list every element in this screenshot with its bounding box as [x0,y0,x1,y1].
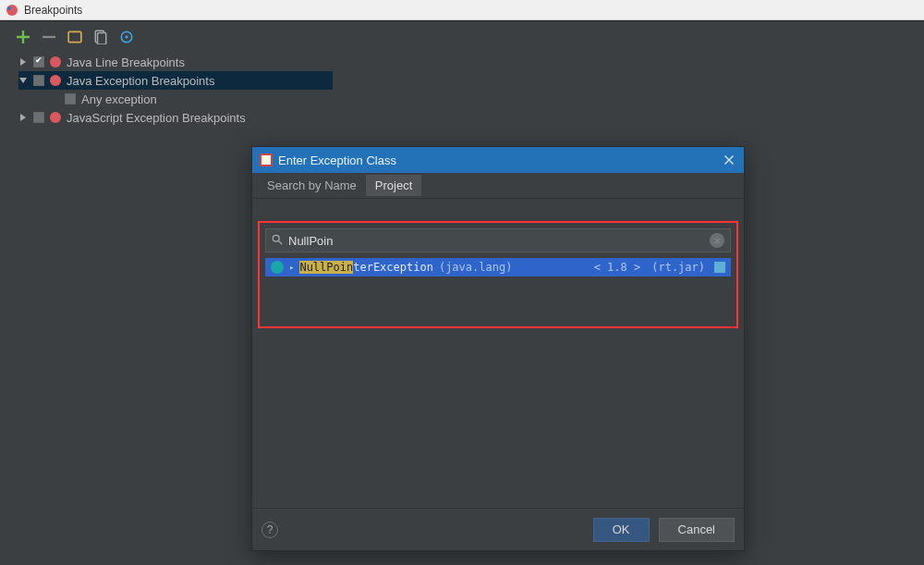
expand-icon[interactable] [18,114,28,121]
collapse-icon[interactable] [18,77,28,84]
tree-item-any-exception[interactable]: Any exception [18,90,918,108]
results-list: ▸ NullPointerException (java.lang) < 1.8… [265,258,731,321]
breakpoint-icon [50,75,61,86]
add-button[interactable] [15,29,31,45]
search-icon [272,234,283,248]
result-name: NullPointerException [299,261,433,274]
library-icon [714,262,725,273]
clear-icon[interactable]: ✕ [710,233,724,248]
group-by-package-icon[interactable] [67,29,83,45]
tree-item-label: JavaScript Exception Breakpoints [67,111,246,125]
tree-item-js-exception[interactable]: JavaScript Exception Breakpoints [18,108,918,127]
dialog-title-bar[interactable]: Enter Exception Class [252,147,744,173]
svg-point-1 [7,6,11,10]
chevron-right-icon: ▸ [289,263,294,272]
tree-item-java-line[interactable]: Java Line Breakpoints [18,53,918,71]
main-panel: Java Line Breakpoints Java Exception Bre… [0,20,924,565]
tree-item-label: Java Line Breakpoints [67,55,185,69]
cancel-button[interactable]: Cancel [659,518,735,542]
expand-icon[interactable] [18,58,28,66]
remove-button[interactable] [41,29,57,45]
dialog-icon [260,154,273,166]
enter-exception-dialog: Enter Exception Class Search by Name Pro… [251,146,745,551]
checkbox[interactable] [33,112,44,123]
svg-rect-5 [98,32,106,44]
breakpoint-icon [50,112,61,123]
dialog-footer: ? OK Cancel [252,508,744,550]
help-icon[interactable]: ? [261,522,278,538]
svg-point-0 [6,5,18,16]
tree-item-label: Any exception [81,92,157,106]
tree-item-label: Java Exception Breakpoints [67,74,214,88]
group-by-file-icon[interactable] [92,29,109,45]
highlight-annotation: ✕ ▸ NullPointerException (java.lang) < 1… [258,221,738,328]
app-icon [6,4,18,17]
result-item[interactable]: ▸ NullPointerException (java.lang) < 1.8… [265,258,731,276]
dialog-tabs: Search by Name Project [252,173,744,199]
close-icon[interactable] [722,153,736,167]
svg-rect-2 [43,36,55,38]
dialog-body: ✕ ▸ NullPointerException (java.lang) < 1… [252,199,744,508]
result-jar: (rt.jar) [651,261,705,274]
window-title-bar[interactable]: Breakpoints [0,0,924,20]
checkbox[interactable] [33,75,44,86]
target-icon[interactable] [118,29,135,45]
svg-point-8 [125,35,128,38]
tab-project[interactable]: Project [366,175,421,196]
checkbox[interactable] [33,56,44,68]
search-input[interactable] [288,234,704,248]
window-title: Breakpoints [24,4,82,17]
svg-rect-10 [261,155,271,165]
svg-point-11 [273,235,279,241]
checkbox[interactable] [65,93,76,104]
breakpoints-tree[interactable]: Java Line Breakpoints Java Exception Bre… [6,51,918,127]
tree-item-java-exception[interactable]: Java Exception Breakpoints [18,71,333,90]
ok-button[interactable]: OK [593,518,650,542]
search-field[interactable]: ✕ [265,228,731,252]
result-jdk-version: < 1.8 > [594,261,641,274]
class-icon [271,261,284,274]
svg-rect-3 [68,31,81,42]
tab-search-by-name[interactable]: Search by Name [258,175,366,196]
result-package: (java.lang) [439,261,512,274]
breakpoint-icon [50,56,61,68]
breakpoints-toolbar [6,27,918,51]
dialog-title: Enter Exception Class [278,154,396,167]
